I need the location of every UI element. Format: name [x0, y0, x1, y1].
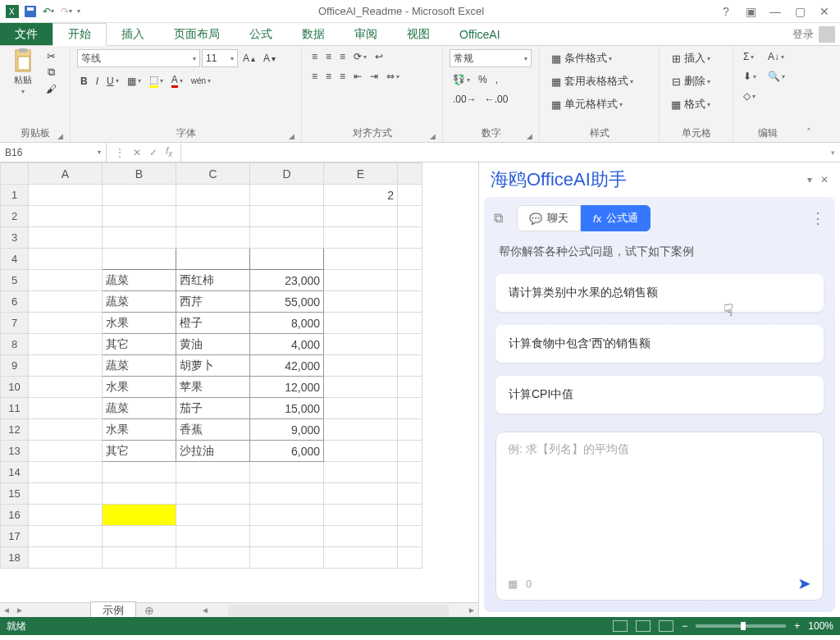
cell[interactable] — [29, 398, 103, 419]
pane-menu-icon[interactable]: ⋮ — [810, 209, 825, 227]
merge-center-icon[interactable]: ⇔▾ — [383, 69, 403, 84]
cube-icon[interactable]: ⧉ — [494, 211, 512, 226]
name-box[interactable]: B16▾ — [0, 143, 107, 162]
increase-decimal-icon[interactable]: .00→ — [450, 92, 480, 107]
formula-input[interactable]: ▾ — [181, 143, 840, 162]
tab-data[interactable]: 数据 — [287, 23, 340, 45]
redo-icon[interactable]: ↷▾ — [59, 4, 74, 19]
cell[interactable] — [103, 547, 176, 569]
font-size-combo[interactable]: 11▾ — [202, 49, 238, 67]
cell[interactable]: 水果 — [103, 419, 176, 441]
font-name-combo[interactable]: 等线▾ — [77, 49, 200, 67]
underline-button[interactable]: U▾ — [103, 74, 122, 89]
cell[interactable]: 西芹 — [176, 291, 250, 313]
cell[interactable]: 蔬菜 — [103, 398, 176, 419]
cell[interactable] — [250, 526, 324, 547]
cell[interactable] — [250, 227, 324, 249]
suggestion-item[interactable]: 计算食物中包含'西'的销售额 — [495, 325, 824, 363]
row-header[interactable]: 10 — [1, 377, 29, 398]
qat-customize-icon[interactable]: ▾ — [77, 7, 80, 15]
zoom-in-icon[interactable]: + — [794, 620, 800, 632]
col-header[interactable]: B — [103, 163, 176, 185]
italic-button[interactable]: I — [93, 74, 102, 89]
fill-color-button[interactable]: ⬚▾ — [146, 72, 167, 89]
avatar[interactable] — [819, 26, 835, 43]
row-header[interactable]: 14 — [1, 462, 29, 483]
view-pagebreak-icon[interactable] — [659, 620, 673, 632]
cell[interactable] — [324, 526, 398, 547]
cell[interactable] — [176, 526, 250, 547]
cell[interactable] — [324, 483, 398, 505]
cell[interactable] — [324, 419, 398, 441]
cut-icon[interactable]: ✂ — [44, 49, 57, 62]
cell[interactable] — [29, 462, 103, 483]
cell[interactable] — [250, 505, 324, 526]
col-header[interactable]: C — [176, 163, 250, 185]
cell[interactable] — [324, 547, 398, 569]
cell[interactable] — [29, 334, 103, 355]
cell[interactable] — [29, 526, 103, 547]
row-header[interactable]: 18 — [1, 547, 29, 569]
maximize-icon[interactable]: ▢ — [791, 5, 809, 18]
close-icon[interactable]: ✕ — [815, 5, 833, 18]
decrease-decimal-icon[interactable]: ←.00 — [482, 92, 512, 107]
row-header[interactable]: 4 — [1, 249, 29, 270]
tab-file[interactable]: 文件 — [0, 23, 52, 45]
hscrollbar[interactable] — [228, 605, 449, 616]
row-header[interactable]: 2 — [1, 206, 29, 227]
cell[interactable]: 2 — [324, 185, 398, 206]
row-header[interactable]: 3 — [1, 227, 29, 249]
conditional-formatting-button[interactable]: ▦条件格式▾ — [546, 49, 637, 67]
pane-close-icon[interactable]: ✕ — [820, 174, 829, 185]
cell[interactable]: 蔬菜 — [103, 355, 176, 377]
pane-tab-formula[interactable]: fx公式通 — [581, 205, 651, 231]
accounting-format-icon[interactable]: 💱▾ — [450, 72, 473, 87]
cell[interactable] — [324, 270, 398, 291]
cell[interactable] — [250, 185, 324, 206]
tab-view[interactable]: 视图 — [392, 23, 445, 45]
pane-textarea[interactable]: 例: 求【列名】的平均值 — [496, 432, 823, 567]
align-right-icon[interactable]: ≡ — [336, 69, 349, 84]
cell[interactable] — [29, 270, 103, 291]
cell[interactable]: 6,000 — [250, 441, 324, 462]
cell[interactable] — [103, 185, 176, 206]
cell[interactable]: 茄子 — [176, 398, 250, 419]
login-link[interactable]: 登录 — [792, 27, 814, 42]
cell[interactable] — [29, 227, 103, 249]
cell[interactable] — [103, 526, 176, 547]
undo-icon[interactable]: ↶▾ — [41, 4, 56, 19]
paste-button[interactable]: 粘贴 ▾ — [7, 49, 39, 95]
row-header[interactable]: 12 — [1, 419, 29, 441]
cell[interactable] — [176, 227, 250, 249]
cell[interactable] — [176, 462, 250, 483]
cell[interactable] — [324, 291, 398, 313]
tab-layout[interactable]: 页面布局 — [159, 23, 235, 45]
expand-formula-bar-icon[interactable]: ▾ — [831, 149, 835, 157]
minimize-icon[interactable]: — — [766, 5, 784, 18]
delete-cells-button[interactable]: ⊟删除▾ — [666, 72, 714, 90]
dialog-launcher-icon[interactable]: ◢ — [527, 132, 532, 140]
cell[interactable]: 8,000 — [250, 313, 324, 334]
tab-home[interactable]: 开始 — [52, 23, 107, 46]
cell[interactable] — [103, 206, 176, 227]
align-left-icon[interactable]: ≡ — [308, 69, 321, 84]
cell[interactable] — [29, 441, 103, 462]
save-icon[interactable] — [23, 4, 38, 19]
cell[interactable]: 黄油 — [176, 334, 250, 355]
align-top-icon[interactable]: ≡ — [308, 49, 321, 64]
increase-font-icon[interactable]: A▴ — [240, 51, 258, 66]
col-header[interactable]: E — [324, 163, 398, 185]
cell[interactable]: 其它 — [103, 441, 176, 462]
wrap-text-icon[interactable]: ↩ — [372, 49, 386, 64]
zoom-slider[interactable] — [696, 624, 786, 628]
indent-decrease-icon[interactable]: ⇤ — [350, 69, 365, 84]
sheet-tab[interactable]: 示例 — [90, 601, 136, 617]
cell[interactable]: 其它 — [103, 334, 176, 355]
cell[interactable] — [324, 377, 398, 398]
number-format-combo[interactable]: 常规▾ — [450, 49, 532, 67]
cell[interactable]: 55,000 — [250, 291, 324, 313]
row-header[interactable]: 5 — [1, 270, 29, 291]
cell[interactable]: 西红柿 — [176, 270, 250, 291]
cell[interactable] — [29, 206, 103, 227]
cell[interactable] — [29, 419, 103, 441]
